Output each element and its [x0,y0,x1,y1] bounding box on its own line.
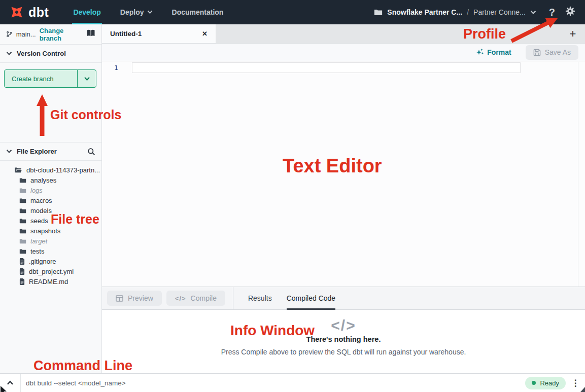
editor-tab-bar: Untitled-1 ✕ + [102,24,585,44]
status-label: Ready [540,379,559,387]
file-icon [19,258,25,265]
empty-state-subtitle: Press Compile above to preview the SQL d… [102,348,585,356]
format-sparkle-icon [475,48,484,56]
format-button-label: Format [487,48,511,56]
folder-icon [19,188,26,193]
annotation-profile: Profile [463,26,506,42]
dbt-cloud-ide: dbt Develop Deploy Documentation Snowfla… [0,0,585,392]
empty-state-title: There's nothing here. [102,335,585,343]
tree-item-readme[interactable]: README.md [0,276,101,287]
tree-item-macros[interactable]: macros [0,195,101,205]
settings-gear-icon[interactable] [565,6,576,19]
compile-button[interactable]: </> Compile [166,291,225,306]
open-folder-icon [14,167,22,173]
preview-button[interactable]: Preview [107,291,162,306]
top-header: dbt Develop Deploy Documentation Snowfla… [0,0,585,24]
annotation-command-line: Command Line [33,358,132,374]
status-badge: Ready [525,377,566,389]
breadcrumb-separator: / [467,8,469,16]
tree-item-analyses[interactable]: analyses [0,175,101,185]
change-branch-link[interactable]: Change branch [40,27,83,42]
file-icon [19,278,25,285]
compile-button-label: Compile [191,294,217,302]
tree-item-tests[interactable]: tests [0,246,101,256]
chevron-down-icon[interactable] [530,10,536,15]
tab-results[interactable]: Results [248,287,272,310]
save-as-button[interactable]: Save As [526,45,578,60]
annotation-git-controls: Git controls [50,108,121,122]
chevron-down-icon [6,51,12,56]
create-branch-button[interactable]: Create branch [4,69,96,88]
folder-icon [19,228,26,234]
format-button[interactable]: Format [475,48,511,56]
tree-item-target[interactable]: target [0,236,101,246]
nav-develop-label: Develop [73,0,100,24]
info-window-header: Preview </> Compile Results Compiled Cod… [102,287,585,310]
help-icon[interactable]: ? [549,7,555,18]
tree-item-snapshots[interactable]: snapshots [0,226,101,236]
search-icon[interactable] [87,148,95,156]
branch-bar: main... Change branch [0,24,101,45]
code-icon: </> [175,295,186,302]
divider [233,287,233,310]
tab-compiled-code[interactable]: Compiled Code [287,287,336,310]
expand-command-bar-button[interactable] [0,374,21,392]
save-floppy-icon [533,49,541,56]
folder-icon [19,238,26,244]
file-explorer-header[interactable]: File Explorer [0,142,101,161]
folder-icon [374,9,383,16]
annotation-file-tree: File tree [51,212,99,227]
create-branch-label[interactable]: Create branch [5,70,77,87]
tree-item-logs[interactable]: logs [0,185,101,195]
chevron-up-icon [7,380,14,385]
nav-deploy-label: Deploy [120,0,144,24]
save-as-label: Save As [545,48,571,56]
tab-untitled-1[interactable]: Untitled-1 ✕ [102,24,216,43]
editor-scroll-divider [578,62,578,287]
tree-item-gitignore[interactable]: .gitignore [0,256,101,266]
tree-root-folder[interactable]: dbt-cloud-114373-partn... [0,165,101,175]
nav-deploy[interactable]: Deploy [120,0,153,24]
folder-icon [19,177,26,183]
dbt-logo-text: dbt [28,5,49,20]
create-branch-caret[interactable] [77,70,96,87]
folder-icon [19,248,26,254]
tree-item-dbt-project-yml[interactable]: dbt_project.yml [0,266,101,276]
kebab-menu-icon[interactable]: ⋮ [566,378,585,388]
editor-active-line[interactable] [132,62,521,73]
new-tab-button[interactable]: + [561,24,585,43]
annotation-text-editor: Text Editor [283,155,382,177]
docs-book-icon[interactable] [86,29,95,39]
dbt-logo[interactable]: dbt [9,5,49,20]
environment-name[interactable]: Partner Conne... [473,8,526,16]
main-nav: Develop Deploy Documentation [73,0,223,24]
nav-documentation[interactable]: Documentation [172,0,224,24]
annotation-info-window: Info Window [230,323,315,339]
main-area: Untitled-1 ✕ + Format Save As [102,24,585,373]
file-icon [19,268,25,275]
code-icon: </> [102,317,585,334]
command-input[interactable]: dbt build --select <model_name> [26,379,126,387]
command-line-bar: dbt build --select <model_name> Ready ⋮ [0,373,585,392]
project-name[interactable]: Snowflake Partner C... [387,8,462,16]
line-number: 1 [114,64,118,72]
git-branch-icon [6,30,13,38]
header-right: Snowflake Partner C... / Partner Conne..… [374,6,576,19]
folder-icon [19,198,26,203]
folder-icon [19,208,26,213]
current-branch[interactable]: main... [16,30,36,38]
tab-title: Untitled-1 [110,30,142,38]
chevron-down-icon [147,10,153,14]
tree-root-label: dbt-cloud-114373-partn... [26,166,100,174]
version-control-title: Version Control [17,50,66,57]
info-window: Preview </> Compile Results Compiled Cod… [102,287,585,373]
editor-toolbar: Format Save As [102,44,585,61]
file-explorer-title: File Explorer [17,148,57,155]
chevron-down-icon [6,149,12,154]
dbt-logo-icon [6,2,27,23]
nav-develop[interactable]: Develop [73,0,100,24]
version-control-header[interactable]: Version Control [0,45,101,63]
close-tab-icon[interactable]: ✕ [202,30,208,38]
nav-documentation-label: Documentation [172,0,224,24]
info-window-empty-state: </> There's nothing here. Press Compile … [102,310,585,356]
